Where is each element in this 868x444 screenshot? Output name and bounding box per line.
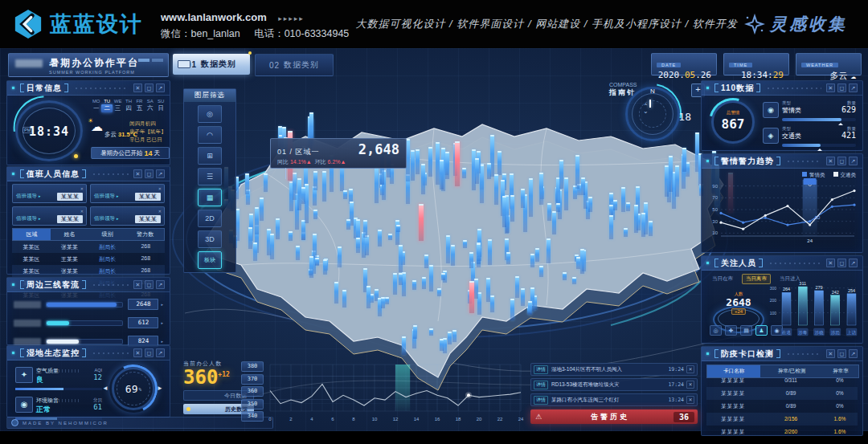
expand-icon[interactable]: ↗ xyxy=(849,84,858,92)
close-icon[interactable]: ✕ xyxy=(158,209,162,214)
signal-icon-button[interactable]: ◠ xyxy=(198,126,222,144)
tab-data-category-01[interactable]: 01数据类别 xyxy=(173,54,250,75)
gauge-right-arrow[interactable]: ► xyxy=(157,385,163,392)
svg-text:2: 2 xyxy=(289,417,293,422)
duty-leader-card[interactable]: 值班领导▸✕某某某 xyxy=(12,184,87,203)
ytick-button[interactable]: 370 xyxy=(241,374,264,385)
type-label: 类型 xyxy=(782,100,791,106)
collect-label: 灵感收集 xyxy=(770,13,847,35)
alert-detail-tag[interactable]: 详情 xyxy=(534,365,548,374)
data-tabs: 01数据类别02数据类别 xyxy=(173,54,334,76)
expand-icon[interactable]: ↗ xyxy=(849,349,858,358)
close-icon[interactable]: ✕ xyxy=(133,348,142,357)
flow-bars: 2648▸612▸824▸ xyxy=(7,298,170,348)
alert-detail-tag[interactable]: 详情 xyxy=(534,381,548,389)
alert-history-banner[interactable]: ⚠ 告警历史 36 xyxy=(530,409,698,424)
gauge-left-arrow[interactable]: ◄ xyxy=(102,385,108,392)
person-icon[interactable]: ♟ xyxy=(755,325,768,336)
window-icon[interactable]: ◻ xyxy=(837,157,846,165)
close-icon[interactable]: ✕ xyxy=(133,84,142,92)
location-icon-button[interactable]: ◎ xyxy=(198,105,222,123)
cp-detect: 2/260 xyxy=(760,426,821,438)
list-icon-button[interactable]: ☰ xyxy=(198,168,222,185)
mark-icon[interactable]: ✚ xyxy=(725,325,737,336)
count-value: 421 xyxy=(841,131,856,140)
close-icon[interactable]: ✕ xyxy=(686,396,694,404)
tab-data-category-02[interactable]: 02数据类别 xyxy=(255,54,334,76)
duty-leader-card[interactable]: 值班领导▸✕某某某 xyxy=(90,184,165,203)
close-icon[interactable]: ✕ xyxy=(80,186,84,191)
weekday-cn[interactable]: 日 xyxy=(156,104,166,112)
file-icon[interactable]: ▤ xyxy=(740,325,752,336)
view-3d: 3D xyxy=(205,235,215,243)
panel-duty-info: 值班人员信息 ✕◻↗ 值班领导▸✕某某某值班领导▸✕某某某值班领导▸✕某某某值班… xyxy=(6,166,170,275)
cell: 王某某 xyxy=(51,253,89,265)
alert-row[interactable]: 详情湿地3-104片区有不明人员闯入19:24✕ xyxy=(530,363,698,376)
expand-icon[interactable]: ↗ xyxy=(156,348,165,357)
close-icon[interactable]: ✕ xyxy=(686,365,694,373)
weekday-cn[interactable]: 一 xyxy=(91,104,101,112)
alert-row[interactable]: 详情某路口有小汽车连闯三个红灯13:24✕ xyxy=(530,393,698,406)
window-icon[interactable]: ◻ xyxy=(145,348,154,357)
panel-trend: 警情警力趋势 ✕◻↗ 警情类交通类 90705030102430 xyxy=(701,153,863,253)
close-icon[interactable]: ✕ xyxy=(158,186,162,191)
view-3d-button[interactable]: 3D xyxy=(198,230,222,248)
window-icon[interactable]: ◻ xyxy=(145,280,154,289)
ytick-button[interactable]: 340 xyxy=(241,411,264,422)
panel-focus-people: 关注人员 ✕◻↗ 当日在市当日离市当日进入 人数 2648 +24 ◎✚▤♟◉ … xyxy=(701,255,863,344)
view-2d-button[interactable]: 2D xyxy=(198,210,222,227)
weekday-cn[interactable]: 二 xyxy=(101,104,112,112)
focus-tab[interactable]: 当日在市 xyxy=(708,274,737,284)
bar-chart-icon-button[interactable]: ▦ xyxy=(198,189,222,206)
close-icon[interactable]: ✕ xyxy=(826,259,835,267)
close-icon[interactable]: ✕ xyxy=(826,349,835,358)
window-icon[interactable]: ◻ xyxy=(837,349,846,358)
table-row: 某某区张某某副局长268 xyxy=(12,265,165,277)
svg-text:0: 0 xyxy=(268,417,272,422)
website-link[interactable]: www.lanlanwork.com xyxy=(161,11,267,23)
window-icon[interactable]: ◻ xyxy=(145,84,154,92)
alert-detail-tag[interactable]: 详情 xyxy=(534,396,548,405)
panel-checkpoint: 防疫卡口检测 ✕◻↗ 卡口名称异常/已检测异常率 某某某某0/3110%某某某某… xyxy=(701,346,863,436)
eco-status: 正常 xyxy=(36,405,102,415)
grid-icon-button[interactable]: ⊞ xyxy=(198,147,222,165)
weekday-cn[interactable]: 五 xyxy=(134,104,145,112)
weekday-cn[interactable]: 六 xyxy=(145,104,155,112)
ytick-button[interactable]: 360 xyxy=(241,386,264,397)
contact-block: www.lanlanwork.com ▸▸▸▸▸ 微信：ben_lanlan 电… xyxy=(161,7,349,42)
close-icon[interactable]: ✕ xyxy=(686,381,694,389)
ytick-button[interactable]: 350 xyxy=(241,399,264,409)
duty-leader-card[interactable]: 值班领导▸✕某某某 xyxy=(12,206,87,226)
inspiration-collect[interactable]: 灵感收集 xyxy=(744,13,847,35)
close-icon[interactable]: ✕ xyxy=(80,209,84,214)
wechat-text: 微信：ben_lanlan xyxy=(161,28,240,39)
expand-icon[interactable]: ↗ xyxy=(849,157,858,165)
alarm-row: ◉类型警情类数量629 xyxy=(763,100,856,123)
weekday-cn[interactable]: 三 xyxy=(113,104,123,112)
window-controls: ✕◻↗ xyxy=(826,349,858,358)
trend-line-chart: 90705030102430 xyxy=(705,178,859,252)
camera-icon[interactable]: ◎ xyxy=(710,325,722,336)
expand-icon[interactable]: ↗ xyxy=(156,280,165,289)
close-icon[interactable]: ✕ xyxy=(133,169,142,178)
expand-icon[interactable]: ↗ xyxy=(156,169,165,178)
duty-leader-card[interactable]: 值班领导▸✕某某某 xyxy=(90,206,165,226)
alert-row[interactable]: 详情RD13-53楼道有堆物垃圾火灾17:24✕ xyxy=(530,378,698,391)
window-icon[interactable]: ◻ xyxy=(145,169,154,178)
focus-tab[interactable]: 当日离市 xyxy=(742,274,771,284)
svg-text:279: 279 xyxy=(815,285,822,290)
close-icon[interactable]: ✕ xyxy=(133,280,142,289)
expand-icon[interactable]: ↗ xyxy=(849,259,858,267)
expand-icon[interactable]: ↗ xyxy=(156,84,165,92)
window-icon[interactable]: ◻ xyxy=(837,259,846,267)
close-icon[interactable]: ✕ xyxy=(826,157,835,165)
lunar-line: 闰四月初四 xyxy=(129,120,166,128)
close-icon[interactable]: ✕ xyxy=(826,84,835,92)
compass-center: ⌃⌄ xyxy=(643,104,649,115)
ytick-button[interactable]: 380 xyxy=(241,361,264,372)
window-icon[interactable]: ◻ xyxy=(837,84,846,92)
cp-name: 某某某某 xyxy=(706,413,760,426)
weekday-cn[interactable]: 四 xyxy=(123,104,133,112)
blocks-button[interactable]: 板块 xyxy=(198,251,222,269)
table-row: 某某区王某某副局长268 xyxy=(12,253,165,265)
